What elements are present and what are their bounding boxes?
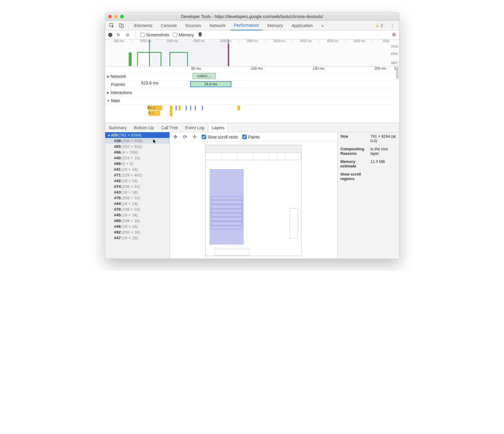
clear-icon[interactable]: ⊘: [125, 32, 130, 38]
rotate-icon[interactable]: ⟳: [182, 134, 188, 140]
subtab-event-log[interactable]: Event Log: [182, 123, 208, 132]
layer-node[interactable]: #42(18 × 18): [105, 178, 170, 184]
memory-checkbox[interactable]: [173, 33, 177, 37]
overview-selection[interactable]: [149, 39, 228, 66]
frame-bar[interactable]: 34.8 ms: [190, 81, 231, 87]
reset-icon[interactable]: ✢: [192, 134, 197, 140]
layer-node[interactable]: #41(18 × 18): [105, 167, 170, 172]
flame-chart[interactable]: Ev...) F...l: [105, 105, 399, 123]
layer-node[interactable]: #66(4 × 559): [105, 149, 170, 155]
subtab-call-tree[interactable]: Call Tree: [157, 123, 182, 132]
layer-node[interactable]: #40(224 × 16): [105, 155, 170, 161]
devtools-window: Developer Tools - https://developers.goo…: [105, 12, 399, 259]
settings-gear-icon[interactable]: ⚙: [392, 32, 396, 38]
layer-id: #82: [114, 230, 121, 234]
flame-event[interactable]: [190, 105, 191, 110]
collapse-icon[interactable]: ▼: [107, 99, 110, 102]
flame-event[interactable]: Ev...): [148, 105, 162, 110]
zoom-icon[interactable]: [120, 15, 124, 18]
warning-icon: ▲: [375, 23, 380, 28]
subtab-bottom-up[interactable]: Bottom-Up: [130, 123, 157, 132]
flame-event[interactable]: [202, 105, 203, 110]
tab-network[interactable]: Network: [206, 21, 229, 30]
screenshots-checkbox[interactable]: [140, 33, 145, 37]
device-toggle-icon[interactable]: [117, 21, 126, 30]
layer-node[interactable]: #46(18 × 18): [105, 224, 170, 229]
divider: [135, 32, 136, 38]
inspect-icon[interactable]: [108, 21, 116, 30]
subtab-summary[interactable]: Summary: [105, 123, 130, 132]
canvas-toolbar: ✥ ⟳ ✢ Slow scroll rects Paints: [170, 132, 337, 142]
flame-event[interactable]: [179, 105, 181, 110]
collapse-icon[interactable]: ▼: [108, 134, 111, 137]
layer-node[interactable]: #43(18 × 18): [105, 189, 170, 195]
flame-event[interactable]: [195, 105, 196, 110]
overview-timeline[interactable]: 500 ms 1000 ms 1500 ms 2000 ms 2500 ms 3…: [105, 39, 399, 66]
svg-rect-4: [129, 52, 132, 66]
layer-node[interactable]: #65(252 × 632): [105, 144, 170, 149]
lane-main[interactable]: ▼Main: [105, 97, 399, 105]
layer-id: #76: [114, 196, 121, 200]
warnings-badge[interactable]: ▲ 2: [375, 23, 383, 28]
outline-topbar: [206, 145, 301, 153]
layer-dim: (224 × 16): [121, 156, 140, 160]
tab-performance[interactable]: Performance: [231, 21, 263, 30]
ruler-tick: 5500: [372, 39, 399, 44]
flame-event[interactable]: [186, 105, 187, 110]
layer-node[interactable]: #82(208 × 16): [105, 229, 170, 235]
layer-node-root[interactable]: ▼ #25(761 × 8264): [105, 132, 170, 138]
tab-application[interactable]: Application: [288, 21, 316, 30]
paints-checkbox[interactable]: [242, 135, 247, 139]
layer-id: #41: [114, 167, 121, 172]
flame-event[interactable]: F...l: [148, 111, 160, 116]
lane-frames[interactable]: Frames 34.8 ms 523.8 ms: [105, 81, 399, 89]
layer-node[interactable]: #74(208 × 32): [105, 184, 170, 189]
close-icon[interactable]: [108, 15, 112, 18]
menu-icon[interactable]: ⋮: [388, 21, 397, 30]
flame-event[interactable]: [176, 105, 177, 110]
slow-rects-toggle[interactable]: Slow scroll rects: [202, 135, 238, 139]
layer-node[interactable]: #39(256 × 559): [105, 138, 170, 144]
paints-toggle[interactable]: Paints: [242, 135, 260, 139]
layer-node[interactable]: #80(208 × 16): [105, 218, 170, 224]
canvas-view[interactable]: [170, 142, 337, 258]
tab-memory[interactable]: Memory: [264, 21, 287, 30]
record-icon[interactable]: [108, 33, 112, 37]
prop-memory: Memory estimate11.3 MB: [338, 157, 399, 170]
lane-network[interactable]: ▶Network collect ...: [105, 72, 399, 81]
trash-icon[interactable]: [197, 32, 203, 38]
expand-icon[interactable]: ▶: [107, 91, 109, 94]
layer-node[interactable]: #45(18 × 18): [105, 212, 170, 218]
layer-node[interactable]: #47(18 × 18): [105, 235, 170, 241]
network-bar[interactable]: collect ...: [193, 73, 216, 79]
lane-interactions[interactable]: ▶Interactions: [105, 89, 399, 97]
pan-icon[interactable]: ✥: [173, 134, 178, 140]
flame-event[interactable]: [237, 105, 240, 110]
tab-elements[interactable]: Elements: [131, 21, 156, 30]
slow-rects-label: Slow scroll rects: [208, 135, 238, 139]
slow-rects-checkbox[interactable]: [202, 135, 206, 139]
page-outline[interactable]: [205, 145, 301, 256]
expand-icon[interactable]: ▶: [107, 75, 109, 78]
layer-dim: (18 × 18): [121, 224, 138, 229]
layer-node[interactable]: #78(208 × 32): [105, 206, 170, 212]
layer-dim: (256 × 559): [121, 139, 142, 143]
ruler-tick: 200 ms: [326, 66, 388, 72]
layers-tree[interactable]: ▼ #25(761 × 8264) #39(256 × 559)#65(252 …: [105, 132, 170, 258]
subtab-layers[interactable]: Layers: [208, 123, 228, 132]
tab-console[interactable]: Console: [157, 21, 180, 30]
reload-icon[interactable]: ↻: [116, 32, 121, 38]
layer-node[interactable]: #71(229 × 482): [105, 172, 170, 178]
layer-dim: (208 × 16): [121, 230, 140, 234]
lane-label: Network: [111, 74, 126, 79]
layer-node[interactable]: #44(18 × 18): [105, 201, 170, 206]
screenshots-toggle[interactable]: Screenshots: [140, 32, 170, 37]
layer-node[interactable]: #76(208 × 32): [105, 195, 170, 201]
layer-id: #46: [114, 224, 121, 229]
minimize-icon[interactable]: [114, 15, 118, 18]
memory-toggle[interactable]: Memory: [173, 32, 194, 37]
flame-event[interactable]: [170, 105, 173, 116]
layer-node[interactable]: #69(0 × 0): [105, 161, 170, 167]
tabs-overflow[interactable]: »: [318, 21, 327, 30]
tab-sources[interactable]: Sources: [182, 21, 205, 30]
